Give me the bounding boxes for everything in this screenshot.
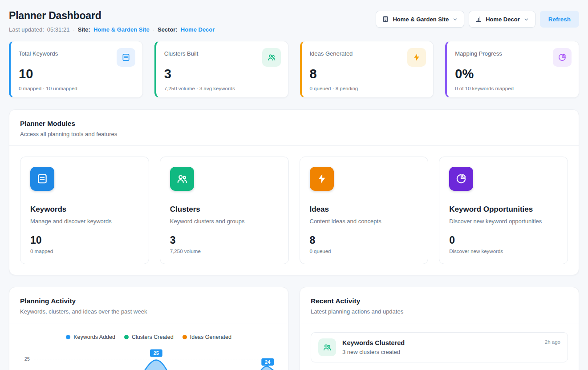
legend-dot-orange	[182, 335, 187, 339]
activity-title: Keywords Clustered	[342, 339, 539, 346]
module-card-keywords[interactable]: Keywords Manage and discover keywords 10…	[20, 157, 149, 264]
lightning-icon	[407, 48, 426, 67]
site-link[interactable]: Home & Garden Site	[93, 26, 150, 33]
stat-detail: 7,250 volume · 3 avg keywords	[164, 86, 281, 91]
planner-modules-panel: Planner Modules Access all planning tool…	[9, 109, 579, 275]
module-title: Keyword Opportunities	[449, 205, 558, 214]
module-card-keyword-opportunities[interactable]: Keyword Opportunities Discover new keywo…	[439, 157, 568, 264]
header-left: Planner Dashboard Last updated: 05:31:21…	[9, 10, 215, 33]
module-description: Content ideas and concepts	[310, 218, 418, 225]
legend-item-clusters-created[interactable]: Clusters Created	[124, 334, 174, 340]
panel-head: Planning Activity Keywords, clusters, an…	[9, 287, 288, 323]
panel-head: Recent Activity Latest planning actions …	[300, 287, 579, 323]
building-icon	[382, 16, 389, 23]
module-title: Keywords	[30, 205, 139, 214]
stat-value: 0%	[455, 67, 572, 80]
legend-dot-blue	[66, 335, 70, 339]
stat-label: Total Keywords	[19, 50, 58, 57]
activity-list: Keywords Clustered 3 new clusters create…	[300, 323, 579, 370]
site-label: Site:	[78, 26, 90, 33]
chevron-down-icon	[523, 16, 529, 22]
sector-link[interactable]: Home Decor	[181, 26, 215, 33]
pie-chart-icon	[449, 167, 473, 191]
recent-activity-panel: Recent Activity Latest planning actions …	[300, 287, 579, 370]
stat-card-ideas-generated: Ideas Generated 8 0 queued · 8 pending	[300, 41, 434, 98]
activity-timestamp: 2h ago	[545, 339, 560, 345]
module-stat: 0	[449, 234, 558, 246]
legend-label: Ideas Generated	[190, 334, 231, 340]
pie-chart-icon	[553, 48, 572, 67]
panel-title: Planning Activity	[20, 297, 277, 305]
stat-detail: 0 mapped · 10 unmapped	[19, 86, 135, 91]
last-updated-label: Last updated:	[9, 26, 44, 33]
stat-card-clusters-built: Clusters Built 3 7,250 volume · 3 avg ke…	[154, 41, 288, 98]
activity-item-keywords-clustered: Keywords Clustered 3 new clusters create…	[311, 332, 568, 362]
module-detail: 7,250 volume	[170, 249, 279, 254]
page-title: Planner Dashboard	[9, 10, 215, 22]
panel-subtitle: Access all planning tools and features	[20, 131, 568, 137]
stat-label: Clusters Built	[164, 50, 199, 57]
module-detail: Discover new keywords	[449, 249, 558, 254]
chevron-down-icon	[452, 16, 458, 22]
module-stat: 10	[30, 234, 139, 246]
legend-dot-green	[124, 335, 129, 339]
users-icon	[318, 338, 336, 356]
legend-label: Keywords Added	[73, 334, 115, 340]
point-label: 24	[265, 359, 270, 365]
site-selector-label: Home & Garden Site	[393, 16, 449, 23]
legend-item-keywords-added[interactable]: Keywords Added	[66, 334, 115, 340]
y-axis-tick: 25	[24, 357, 30, 362]
module-detail: 0 queued	[310, 249, 418, 254]
stat-card-mapping-progress: Mapping Progress 0% 0 of 10 keywords map…	[445, 41, 579, 98]
module-card-ideas[interactable]: Ideas Content ideas and concepts 8 0 que…	[300, 157, 429, 264]
module-card-clusters[interactable]: Clusters Keyword clusters and groups 3 7…	[160, 157, 289, 264]
module-stat: 3	[170, 234, 279, 246]
module-description: Keyword clusters and groups	[170, 218, 279, 225]
point-label-badge: 24	[261, 358, 274, 366]
stat-value: 10	[19, 67, 135, 80]
stat-value: 8	[310, 67, 426, 80]
area-chart-svg: 25 25 24	[16, 348, 281, 370]
module-description: Discover new keyword opportunities	[449, 218, 558, 225]
stat-detail: 0 queued · 8 pending	[310, 86, 426, 91]
stat-cards-row: Total Keywords 10 0 mapped · 10 unmapped…	[9, 41, 579, 98]
header-controls: Home & Garden Site Home Decor Refresh	[376, 11, 579, 28]
bar-chart-icon	[475, 16, 482, 23]
module-detail: 0 mapped	[30, 249, 139, 254]
refresh-button[interactable]: Refresh	[540, 11, 579, 28]
keywords-added-area	[34, 360, 277, 370]
meta-separator: ·	[153, 26, 154, 33]
last-updated-value: 05:31:21	[47, 26, 70, 33]
activity-chart: 25 25 24	[9, 344, 288, 370]
lightning-icon	[310, 167, 334, 191]
module-stat: 8	[310, 234, 418, 246]
stat-value: 3	[164, 67, 281, 80]
module-title: Ideas	[310, 205, 418, 214]
activity-description: 3 new clusters created	[342, 349, 539, 355]
panel-head: Planner Modules Access all planning tool…	[9, 110, 579, 145]
activity-text: Keywords Clustered 3 new clusters create…	[342, 339, 539, 355]
site-selector-dropdown[interactable]: Home & Garden Site	[376, 11, 464, 28]
sector-label: Sector:	[158, 26, 178, 33]
meta-separator: ·	[73, 26, 74, 33]
stat-label: Mapping Progress	[455, 50, 502, 57]
panel-subtitle: Keywords, clusters, and ideas over the p…	[20, 308, 277, 315]
stat-label: Ideas Generated	[310, 50, 353, 57]
sector-selector-label: Home Decor	[486, 16, 520, 23]
top-bar: Planner Dashboard Last updated: 05:31:21…	[9, 10, 579, 33]
point-label-badge: 25	[150, 350, 162, 357]
legend-item-ideas-generated[interactable]: Ideas Generated	[182, 334, 231, 340]
stat-detail: 0 of 10 keywords mapped	[455, 86, 572, 91]
modules-grid: Keywords Manage and discover keywords 10…	[9, 146, 579, 275]
sector-selector-dropdown[interactable]: Home Decor	[469, 11, 535, 28]
point-label: 25	[154, 350, 159, 356]
module-description: Manage and discover keywords	[30, 218, 139, 225]
users-icon	[262, 48, 281, 67]
panel-title: Recent Activity	[311, 297, 568, 305]
chart-legend: Keywords Added Clusters Created Ideas Ge…	[9, 323, 288, 344]
users-icon	[170, 167, 194, 191]
planning-activity-panel: Planning Activity Keywords, clusters, an…	[9, 287, 288, 370]
panel-subtitle: Latest planning actions and updates	[311, 308, 568, 315]
document-lines-icon	[30, 167, 54, 191]
document-lines-icon	[117, 48, 135, 67]
